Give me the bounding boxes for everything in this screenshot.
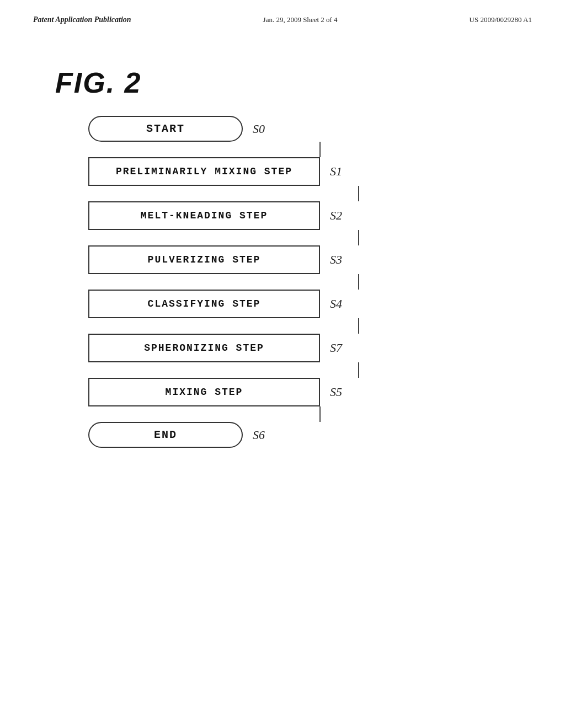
step-row-s6: END S6	[88, 422, 397, 448]
step-s2-text: MELT-KNEADING STEP	[141, 210, 268, 221]
connector-5	[358, 362, 359, 378]
step-s3-text: PULVERIZING STEP	[148, 254, 261, 265]
connector-6	[319, 406, 321, 422]
step-s7-box: SPHERONIZING STEP	[88, 334, 320, 362]
step-row-s4: CLASSIFYING STEP S4	[88, 290, 397, 318]
step-row-s3: PULVERIZING STEP S3	[88, 245, 397, 274]
step-end-box: END	[88, 422, 243, 448]
step-s4-box: CLASSIFYING STEP	[88, 290, 320, 318]
step-s5-text: MIXING STEP	[166, 387, 243, 398]
step-start-box: START	[88, 116, 243, 142]
page-header: Patent Application Publication Jan. 29, …	[0, 0, 565, 24]
step-s1-text: PRELIMINARILY MIXING STEP	[116, 166, 292, 177]
step-row-s0: START S0	[88, 116, 397, 142]
diagram-container: FIG. 2 START S0 PRELIMINARILY MIXING STE…	[55, 66, 486, 448]
step-row-s5: MIXING STEP S5	[88, 378, 397, 406]
step-s7-text: SPHERONIZING STEP	[144, 342, 264, 354]
connector-1	[358, 186, 359, 201]
step-s1-label: S1	[330, 164, 342, 179]
flowchart: START S0 PRELIMINARILY MIXING STEP S1 ME…	[88, 116, 397, 448]
step-s3-box: PULVERIZING STEP	[88, 245, 320, 274]
header-date-sheet: Jan. 29, 2009 Sheet 2 of 4	[263, 15, 338, 24]
figure-label: FIG. 2	[55, 66, 486, 99]
step-end-text: END	[154, 429, 177, 441]
step-row-s2: MELT-KNEADING STEP S2	[88, 201, 397, 230]
step-start-text: START	[146, 122, 185, 135]
header-patent-number: US 2009/0029280 A1	[470, 15, 532, 24]
step-s4-label: S4	[330, 297, 342, 311]
header-publication-label: Patent Application Publication	[33, 15, 131, 24]
step-s5-box: MIXING STEP	[88, 378, 320, 406]
step-end-label: S6	[253, 428, 265, 442]
connector-3	[358, 274, 359, 290]
step-s5-label: S5	[330, 385, 342, 399]
connector-0	[319, 142, 321, 157]
step-s2-box: MELT-KNEADING STEP	[88, 201, 320, 230]
connector-4	[358, 318, 359, 334]
step-s1-box: PRELIMINARILY MIXING STEP	[88, 157, 320, 186]
step-row-s7: SPHERONIZING STEP S7	[88, 334, 397, 362]
step-start-label: S0	[253, 122, 265, 136]
connector-2	[358, 230, 359, 245]
step-row-s1: PRELIMINARILY MIXING STEP S1	[88, 157, 397, 186]
step-s2-label: S2	[330, 208, 342, 223]
step-s7-label: S7	[330, 341, 342, 355]
step-s3-label: S3	[330, 253, 342, 267]
step-s4-text: CLASSIFYING STEP	[148, 298, 261, 309]
